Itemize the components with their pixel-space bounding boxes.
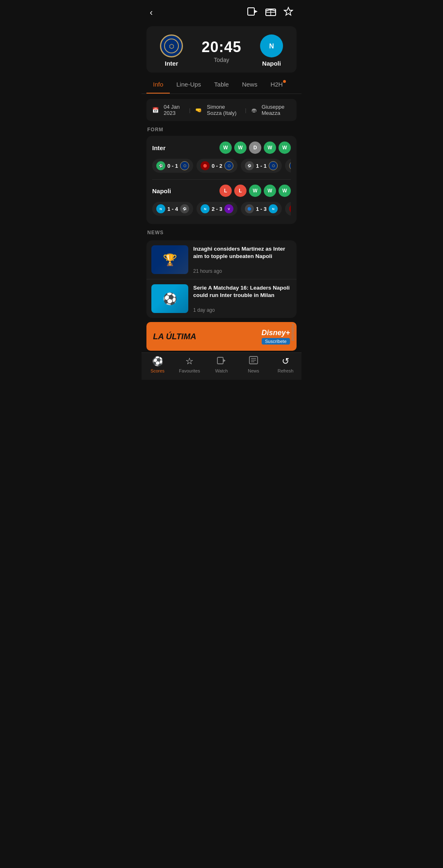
favourites-label: Favourites: [179, 368, 200, 373]
tab-news[interactable]: News: [235, 76, 264, 94]
news-title-2: Serie A Matchday 16: Leaders Napoli coul…: [193, 284, 292, 299]
tab-h2h[interactable]: H2H: [264, 76, 289, 94]
ad-banner[interactable]: LA ÚLTIMA Disney+ Suscríbete Publicidad: [146, 322, 297, 351]
tab-info[interactable]: Info: [146, 76, 170, 94]
scores-icon: ⚽: [152, 356, 163, 367]
nav-news[interactable]: News: [237, 356, 269, 373]
mini-napoli-1: N: [156, 204, 165, 213]
news-label: News: [248, 368, 259, 373]
back-button[interactable]: ‹: [150, 7, 153, 18]
badge-w3: W: [264, 142, 276, 154]
news-thumb-1: 🏆: [151, 245, 188, 274]
inter-result-3: ⚽ 1 - 1 ⬡: [241, 159, 282, 173]
home-team-name: Inter: [165, 60, 178, 67]
ad-cta[interactable]: Suscríbete: [262, 338, 290, 345]
star-icon[interactable]: [283, 7, 293, 19]
napoli-result-3: 🔵 1 - 3 N: [241, 202, 282, 216]
stadium-icon-info: 🏟: [251, 107, 257, 113]
inter-form-row: Inter W W D W W: [152, 142, 291, 154]
ad-right: Disney+ Suscríbete: [261, 329, 290, 345]
badge-d1: D: [249, 142, 261, 154]
badge-l1: L: [219, 185, 232, 197]
form-card: Inter W W D W W ⚽ 0 - 1 ⬡ 🔴 0 - 2 ⬡ ⚽ 1 …: [146, 136, 297, 224]
news-content-2: Serie A Matchday 16: Leaders Napoli coul…: [193, 284, 292, 313]
mini-opp-4: A: [289, 204, 291, 213]
nav-favourites[interactable]: ☆ Favourites: [174, 356, 206, 373]
mini-opp-2: V: [224, 204, 233, 213]
inter-result-4: ⬡ 4 - 0 ⚽: [285, 159, 291, 173]
svg-marker-1: [254, 10, 258, 13]
svg-marker-11: [223, 359, 226, 362]
mini-inter-2: ⬡: [224, 161, 233, 170]
news-card: 🏆 Inzaghi considers Martinez as Inter ai…: [146, 240, 297, 318]
referee-name: Simone Sozza (Italy): [207, 104, 238, 116]
napoli-form-badges: L L W W W: [219, 185, 291, 197]
svg-rect-0: [248, 8, 254, 15]
inter-logo: ⬡: [160, 34, 183, 57]
match-date-info: 04 Jan 2023: [164, 104, 183, 116]
favourites-icon: ☆: [185, 356, 194, 367]
badge-l2: L: [234, 185, 247, 197]
news-section: 🏆 Inzaghi considers Martinez as Inter ai…: [142, 240, 301, 318]
svg-rect-10: [217, 357, 223, 364]
news-item-2[interactable]: ⚽ Serie A Matchday 16: Leaders Napoli co…: [146, 279, 297, 318]
inter-score-pills: ⚽ 0 - 1 ⬡ 🔴 0 - 2 ⬡ ⚽ 1 - 1 ⬡ ⬡ 4 - 0 ⚽: [152, 159, 291, 174]
mini-logo-1: ⚽: [156, 161, 165, 170]
bottom-nav: ⚽ Scores ☆ Favourites Watch News ↺ Refre…: [142, 352, 301, 380]
referee-icon: 🤜: [195, 107, 202, 113]
tab-table[interactable]: Table: [208, 76, 235, 94]
watch-icon: [217, 356, 226, 367]
napoli-form-name: Napoli: [152, 187, 171, 194]
napoli-result-2: N 2 - 3 V: [196, 202, 237, 216]
napoli-form-row: Napoli L L W W W: [152, 185, 291, 197]
svg-text:N: N: [269, 43, 274, 50]
tabs-bar: Info Line-Ups Table News H2H: [142, 76, 301, 94]
napoli-logo: N: [260, 34, 283, 57]
nav-refresh[interactable]: ↺ Refresh: [269, 356, 301, 373]
mini-inter-3: ⬡: [269, 161, 278, 170]
video-icon[interactable]: [247, 7, 258, 18]
refresh-label: Refresh: [278, 368, 294, 373]
scores-label: Scores: [151, 368, 164, 373]
badge-w1: W: [219, 142, 232, 154]
inter-result-2: 🔴 0 - 2 ⬡: [196, 159, 237, 173]
nav-watch[interactable]: Watch: [206, 356, 237, 373]
inter-result-1: ⚽ 0 - 1 ⬡: [152, 159, 193, 173]
news-section-label: NEWS: [142, 224, 301, 239]
top-bar: ‹: [142, 0, 301, 23]
watch-label: Watch: [215, 368, 228, 373]
refresh-icon: ↺: [282, 356, 289, 367]
form-section-label: FORM: [142, 121, 301, 136]
match-header: ⬡ Inter 20:45 Today N Napoli: [146, 26, 297, 73]
news-icon: [249, 356, 258, 367]
news-content-1: Inzaghi considers Martinez as Inter aim …: [193, 245, 292, 274]
mini-logo-2: 🔴: [201, 161, 210, 170]
badge-w2: W: [234, 142, 247, 154]
stadium-name: Giuseppe Meazza: [262, 104, 289, 116]
napoli-result-1: N 1 - 4 ⚽: [152, 202, 193, 216]
news-thumb-2: ⚽: [151, 284, 188, 313]
badge-w4: W: [279, 142, 291, 154]
mini-logo-3: ⚽: [245, 161, 254, 170]
mini-inter-4: ⬡: [289, 161, 291, 170]
svg-text:⬡: ⬡: [169, 43, 174, 50]
match-time: 20:45: [190, 39, 253, 56]
napoli-result-4: A 2 - 3 N: [285, 202, 291, 216]
inter-form-name: Inter: [152, 144, 166, 151]
news-time-2: 1 day ago: [193, 307, 292, 313]
match-date: Today: [190, 57, 253, 63]
news-item-1[interactable]: 🏆 Inzaghi considers Martinez as Inter ai…: [146, 240, 297, 279]
stadium-icon[interactable]: [265, 7, 276, 18]
ad-label: Publicidad: [291, 324, 295, 341]
inter-form-badges: W W D W W: [219, 142, 291, 154]
news-time-1: 21 hours ago: [193, 268, 292, 274]
nav-scores[interactable]: ⚽ Scores: [142, 356, 174, 373]
match-center: 20:45 Today: [190, 39, 253, 63]
svg-marker-5: [284, 7, 292, 15]
mini-opp-3: 🔵: [245, 204, 254, 213]
away-team-name: Napoli: [262, 60, 281, 67]
disney-logo: Disney+: [261, 329, 290, 337]
tab-lineups[interactable]: Line-Ups: [170, 76, 208, 94]
info-bar: 📅 04 Jan 2023 | 🤜 Simone Sozza (Italy) |…: [146, 99, 297, 121]
badge-w5: W: [249, 185, 261, 197]
